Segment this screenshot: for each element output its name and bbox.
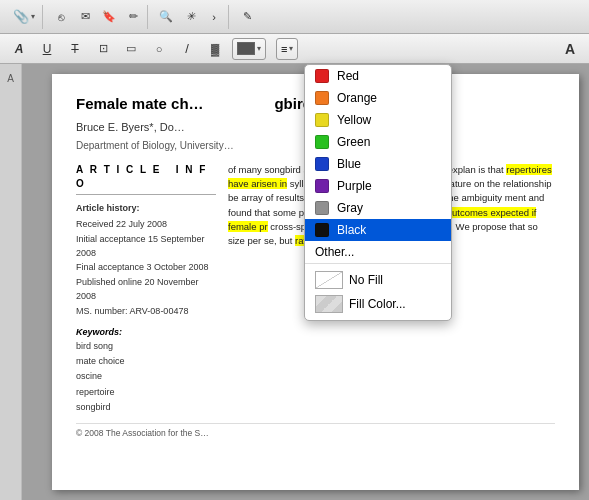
bookmark-button[interactable]: 🔖 [98,6,120,28]
history-label: Article history: [76,201,216,215]
marquee-icon: ✳ [186,10,195,23]
purple-label: Purple [337,179,372,193]
keywords-list: bird song mate choice oscine repertoire … [76,339,216,415]
pencil-icon: ✏ [129,10,138,23]
black-dot [315,223,329,237]
black-label: Black [337,223,366,237]
forward-button[interactable]: › [203,6,225,28]
history-line-5: MS. number: ARV-08-00478 [76,306,188,316]
menu-item-gray[interactable]: Gray [305,197,451,219]
toolbar-group-search: 🔍 ✳ › [152,5,229,29]
lines-icon: ≡ [281,43,287,55]
purple-dot [315,179,329,193]
edit-icon: ✎ [243,10,252,23]
circle-button[interactable]: ○ [148,38,170,60]
underline-icon: U [43,42,52,56]
font-size-icon: A [565,41,575,57]
font-style-button[interactable]: A [8,38,30,60]
external-link-button[interactable]: ⎋ [50,6,72,28]
menu-item-blue[interactable]: Blue [305,153,451,175]
no-fill-label: No Fill [349,273,383,287]
underline-button[interactable]: U [36,38,58,60]
green-label: Green [337,135,370,149]
clip-button[interactable]: 📎 ▾ [9,6,39,28]
menu-item-purple[interactable]: Purple [305,175,451,197]
keywords-section: Keywords: bird song mate choice oscine r… [76,326,216,415]
font-size-button[interactable]: A [559,38,581,60]
yellow-dot [315,113,329,127]
menu-item-other[interactable]: Other... [305,241,451,263]
textbox-button[interactable]: ⊡ [92,38,114,60]
strikethrough-button[interactable]: T [64,38,86,60]
search-button[interactable]: 🔍 [155,6,177,28]
clip-icon: 📎 [13,9,29,24]
sidebar-text-icon: A [3,70,19,86]
left-column: A R T I C L E I N F O Article history: R… [76,163,216,415]
history-line-2: Initial acceptance 15 September 2008 [76,234,205,258]
mail-button[interactable]: ✉ [74,6,96,28]
no-fill-icon [315,271,343,289]
toolbar-1: 📎 ▾ ⎋ ✉ 🔖 ✏ 🔍 ✳ › ✎ [0,0,589,34]
color-dropdown-menu: Red Orange Yellow Green Blue Purple Gray… [304,64,452,321]
color-swatch-chevron: ▾ [257,44,261,53]
textbox-icon: ⊡ [99,42,108,55]
history-line-4: Published online 20 November 2008 [76,277,199,301]
yellow-label: Yellow [337,113,371,127]
search-icon: 🔍 [159,10,173,23]
clip-chevron: ▾ [31,12,35,21]
menu-item-orange[interactable]: Orange [305,87,451,109]
main-area: A Female mate ch… gbird song rep… Bruce … [0,64,589,500]
menu-item-black[interactable]: Black [305,219,451,241]
fill-section: No Fill Fill Color... [305,263,451,320]
toolbar-group-edit: ✎ [233,5,261,29]
color-swatch-dropdown[interactable]: ▾ [232,38,266,60]
orange-dot [315,91,329,105]
bookmark-icon: 🔖 [102,10,116,23]
circle-icon: ○ [156,43,163,55]
mail-icon: ✉ [81,10,90,23]
gray-dot [315,201,329,215]
history-line-3: Final acceptance 3 October 2008 [76,262,209,272]
pencil-button[interactable]: ✏ [122,6,144,28]
blue-dot [315,157,329,171]
rectangle-icon: ▭ [126,42,136,55]
forward-icon: › [212,11,216,23]
keywords-label: Keywords: [76,326,216,339]
marquee-button[interactable]: ✳ [179,6,201,28]
gray-label: Gray [337,201,363,215]
no-fill-row[interactable]: No Fill [311,268,445,292]
lines-dropdown[interactable]: ≡ ▾ [276,38,298,60]
menu-item-green[interactable]: Green [305,131,451,153]
external-link-icon: ⎋ [58,11,65,23]
other-label: Other... [315,245,354,259]
footer-text: © 2008 The Association for the S… [76,423,555,440]
menu-item-yellow[interactable]: Yellow [305,109,451,131]
blue-label: Blue [337,157,361,171]
highlight-button[interactable]: ▓ [204,38,226,60]
edit-button[interactable]: ✎ [236,6,258,28]
history-line-1: Received 22 July 2008 [76,219,167,229]
rectangle-button[interactable]: ▭ [120,38,142,60]
fill-color-row[interactable]: Fill Color... [311,292,445,316]
article-info-header: A R T I C L E I N F O [76,163,216,195]
green-dot [315,135,329,149]
color-swatch-rect [237,42,255,55]
highlight-icon: ▓ [211,43,219,55]
red-label: Red [337,69,359,83]
lines-chevron: ▾ [289,44,293,53]
fill-color-icon [315,295,343,313]
strikethrough-icon: T [71,42,78,56]
fill-color-label: Fill Color... [349,297,406,311]
red-dot [315,69,329,83]
line-icon: / [185,41,189,56]
orange-label: Orange [337,91,377,105]
toolbar-group-actions: ⎋ ✉ 🔖 ✏ [47,5,148,29]
toolbar-2: A U T ⊡ ▭ ○ / ▓ ▾ ≡ ▾ A [0,34,589,64]
line-button[interactable]: / [176,38,198,60]
font-style-icon: A [15,42,24,56]
menu-item-red[interactable]: Red [305,65,451,87]
left-sidebar: A [0,64,22,500]
article-history: Article history: Received 22 July 2008 I… [76,201,216,318]
toolbar-group-clip: 📎 ▾ [6,5,43,29]
